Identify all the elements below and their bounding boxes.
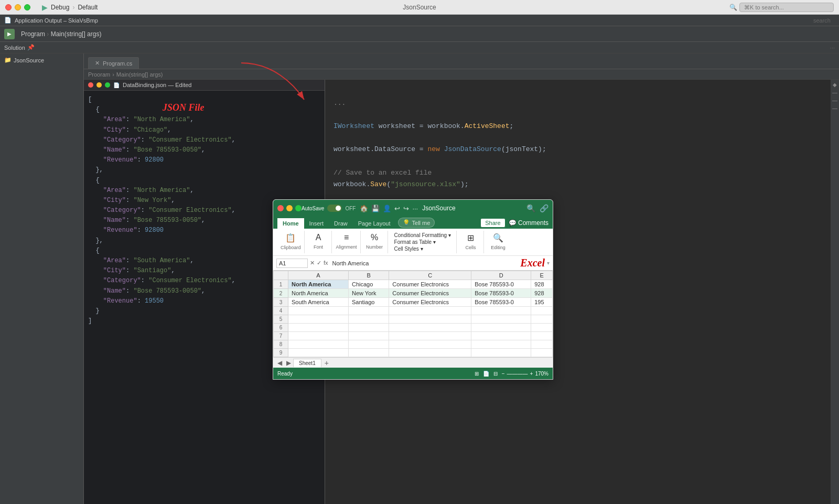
close-button[interactable] [5, 4, 12, 10]
sidebar-item-jsonsource[interactable]: 📁 JsonSource [0, 56, 83, 65]
formula-expand-icon[interactable]: ▾ [547, 260, 550, 266]
excel-collab-icon[interactable]: 👤 [383, 205, 391, 212]
cell-c2[interactable]: Consumer Electronics [389, 289, 471, 298]
excel-more-icon[interactable]: ··· [412, 205, 418, 212]
cell-b7[interactable] [348, 332, 389, 340]
formula-fx-icon[interactable]: fx [324, 260, 328, 266]
number-btn[interactable]: % [370, 232, 379, 243]
zoom-slider[interactable]: ———— [507, 371, 528, 377]
excel-tab-draw[interactable]: Draw [329, 218, 353, 229]
view-normal-icon[interactable]: ⊞ [475, 371, 479, 377]
cell-a7[interactable] [288, 332, 349, 340]
cell-c4[interactable] [389, 307, 471, 315]
cell-c8[interactable] [389, 340, 471, 349]
cell-b8[interactable] [348, 340, 389, 349]
excel-min-btn[interactable] [286, 205, 293, 211]
view-page-icon[interactable]: 📄 [483, 371, 489, 377]
cell-d1[interactable]: Bose 785593-0 [471, 280, 531, 289]
cell-c1[interactable]: Consumer Electronics [389, 280, 471, 289]
cell-e8[interactable] [531, 340, 553, 349]
cell-styles-btn[interactable]: Cell Styles ▾ [392, 245, 453, 252]
col-header-b[interactable]: B [348, 271, 389, 280]
cell-a9[interactable] [288, 349, 349, 357]
cell-d4[interactable] [471, 307, 531, 315]
search-input[interactable] [739, 3, 834, 12]
tell-me-box[interactable]: 💡 Tell me [398, 218, 435, 228]
cell-d8[interactable] [471, 340, 531, 349]
formula-check-icon[interactable]: ✓ [317, 260, 321, 266]
excel-search-icon[interactable]: 🔍 [526, 204, 535, 212]
cell-e4[interactable] [531, 307, 553, 315]
comments-icon[interactable]: 💬 Comments [509, 219, 548, 227]
col-header-e[interactable]: E [531, 271, 553, 280]
conditional-formatting-btn[interactable]: Conditional Formatting ▾ [392, 232, 453, 239]
excel-undo-icon[interactable]: ↩ [394, 205, 400, 212]
cell-c7[interactable] [389, 332, 471, 340]
cell-a3[interactable]: South America [288, 298, 349, 307]
view-break-icon[interactable]: ⊟ [493, 371, 498, 377]
minimize-button[interactable] [15, 4, 21, 10]
sheet-tab-1[interactable]: Sheet1 [293, 359, 321, 367]
cell-e2[interactable]: 928 [531, 289, 553, 298]
cell-a4[interactable] [288, 307, 349, 315]
cell-d6[interactable] [471, 324, 531, 332]
col-header-c[interactable]: C [389, 271, 471, 280]
cell-e6[interactable] [531, 324, 553, 332]
cell-b1[interactable]: Chicago [348, 280, 389, 289]
cell-c3[interactable]: Consumer Electronics [389, 298, 471, 307]
font-btn[interactable]: A [315, 232, 322, 243]
excel-share-icon[interactable]: 🔗 [540, 204, 548, 212]
cells-btn[interactable]: ⊞ [466, 232, 475, 244]
clipboard-btn[interactable]: 📋 [284, 232, 297, 244]
cell-e9[interactable] [531, 349, 553, 357]
run-button[interactable] [4, 29, 15, 39]
format-as-table-btn[interactable]: Format as Table ▾ [392, 239, 453, 245]
sheet-nav-next[interactable]: ▶ [284, 359, 293, 367]
sheet-nav-prev[interactable]: ◀ [275, 359, 284, 367]
cell-b6[interactable] [348, 324, 389, 332]
formula-x-icon[interactable]: ✕ [310, 260, 315, 266]
cell-c6[interactable] [389, 324, 471, 332]
tab-program-cs[interactable]: ✕ Program.cs [88, 57, 139, 69]
add-sheet-button[interactable]: + [321, 359, 332, 367]
alignment-btn[interactable]: ≡ [343, 232, 350, 243]
cell-e3[interactable]: 195 [531, 298, 553, 307]
json-max-btn[interactable] [105, 82, 110, 88]
run-play-icon[interactable]: ▶ [42, 3, 48, 12]
zoom-in-icon[interactable]: + [530, 371, 533, 377]
excel-tab-pagelayout[interactable]: Page Layout [353, 218, 396, 229]
cell-reference-input[interactable] [276, 259, 308, 268]
share-button[interactable]: Share [480, 218, 505, 228]
zoom-out-icon[interactable]: − [502, 371, 505, 377]
cell-a1[interactable]: North America [288, 280, 349, 289]
cell-b5[interactable] [348, 315, 389, 324]
cell-a2[interactable]: North America [288, 289, 349, 298]
cell-b2[interactable]: New York [348, 289, 389, 298]
cell-d7[interactable] [471, 332, 531, 340]
cell-e1[interactable]: 928 [531, 280, 553, 289]
excel-tab-home[interactable]: Home [277, 218, 304, 229]
cell-d3[interactable]: Bose 785593-0 [471, 298, 531, 307]
editing-btn[interactable]: 🔍 [492, 232, 504, 244]
cell-b4[interactable] [348, 307, 389, 315]
autosave-toggle[interactable] [327, 205, 342, 212]
cell-d5[interactable] [471, 315, 531, 324]
excel-save-icon[interactable]: 💾 [371, 205, 380, 212]
json-min-btn[interactable] [96, 82, 102, 88]
cell-d9[interactable] [471, 349, 531, 357]
cell-e7[interactable] [531, 332, 553, 340]
maximize-button[interactable] [24, 4, 30, 10]
cell-a6[interactable] [288, 324, 349, 332]
cell-b3[interactable]: Santiago [348, 298, 389, 307]
cell-a5[interactable] [288, 315, 349, 324]
json-close-btn[interactable] [88, 82, 93, 88]
col-header-d[interactable]: D [471, 271, 531, 280]
col-header-a[interactable]: A [288, 271, 349, 280]
cell-e5[interactable] [531, 315, 553, 324]
excel-close-btn[interactable] [277, 205, 284, 211]
excel-home-icon[interactable]: 🏠 [360, 205, 368, 212]
cell-c5[interactable] [389, 315, 471, 324]
cell-d2[interactable]: Bose 785593-0 [471, 289, 531, 298]
excel-redo-icon[interactable]: ↪ [403, 205, 409, 212]
excel-tab-insert[interactable]: Insert [304, 218, 329, 229]
